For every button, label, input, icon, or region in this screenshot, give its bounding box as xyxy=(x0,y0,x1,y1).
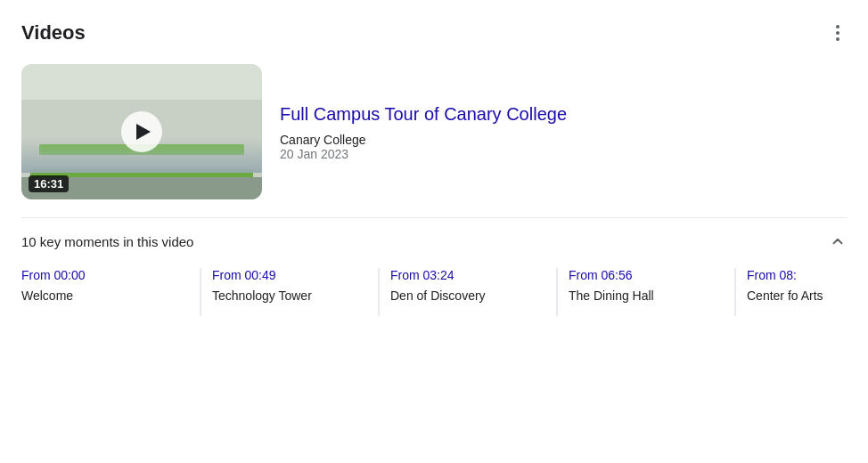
play-icon xyxy=(136,124,151,140)
moment-item-0: From 00:00 Welcome xyxy=(21,268,200,316)
key-moments-header: 10 key moments in this video xyxy=(21,232,847,250)
video-info: Full Campus Tour of Canary College Canar… xyxy=(280,64,567,199)
video-title-link[interactable]: Full Campus Tour of Canary College xyxy=(280,102,567,126)
collapse-moments-button[interactable] xyxy=(829,232,847,250)
moment-label-0: Welcome xyxy=(21,288,185,305)
moments-row: From 00:00 Welcome From 00:49 Technology… xyxy=(21,268,847,316)
moment-timestamp-1[interactable]: From 00:49 xyxy=(212,268,364,282)
moment-item-2: From 03:24 Den of Discovery xyxy=(378,268,556,316)
moment-item-1: From 00:49 Technology Tower xyxy=(200,268,378,316)
moment-item-3: From 06:56 The Dining Hall xyxy=(556,268,734,316)
video-date: 20 Jan 2023 xyxy=(280,147,567,161)
moment-timestamp-3[interactable]: From 06:56 xyxy=(569,268,720,282)
moment-timestamp-4[interactable]: From 08: xyxy=(747,268,847,282)
more-options-button[interactable] xyxy=(829,18,847,48)
moment-label-4: Center fo Arts xyxy=(747,288,847,305)
video-thumbnail[interactable]: 16:31 xyxy=(21,64,262,199)
moment-timestamp-2[interactable]: From 03:24 xyxy=(390,268,542,282)
video-channel: Canary College xyxy=(280,133,567,147)
moment-item-4: From 08: Center fo Arts xyxy=(734,268,847,316)
moment-timestamp-0[interactable]: From 00:00 xyxy=(21,268,185,282)
moment-label-1: Technology Tower xyxy=(212,288,364,305)
duration-badge: 16:31 xyxy=(29,175,69,192)
moment-label-2: Den of Discovery xyxy=(390,288,542,305)
play-button[interactable] xyxy=(121,111,162,152)
videos-header: Videos xyxy=(21,18,847,48)
video-card: 16:31 Full Campus Tour of Canary College… xyxy=(21,64,847,199)
moment-label-3: The Dining Hall xyxy=(569,288,720,305)
section-divider xyxy=(21,217,847,218)
key-moments-label: 10 key moments in this video xyxy=(21,234,193,249)
page-title: Videos xyxy=(21,21,86,45)
